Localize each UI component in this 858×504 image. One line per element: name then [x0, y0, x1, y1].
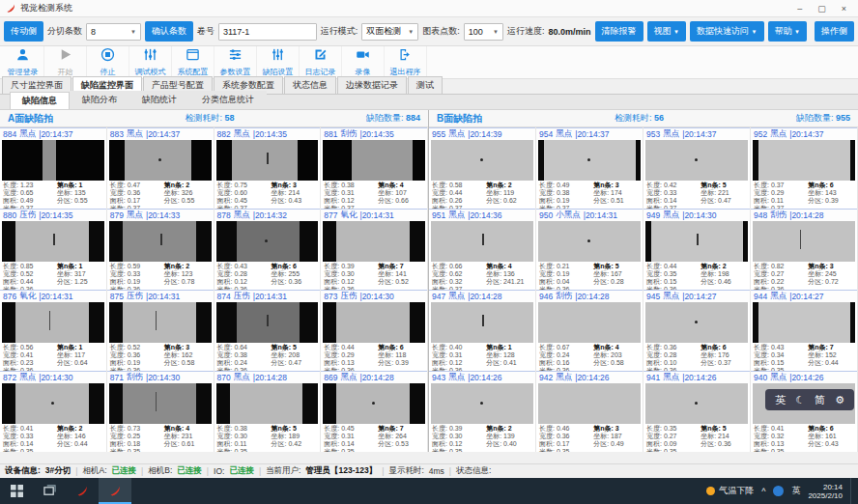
- defect-thumbnail[interactable]: [431, 302, 533, 343]
- defect-thumbnail[interactable]: [2, 140, 104, 181]
- defect-thumbnail[interactable]: [538, 221, 641, 262]
- clock-widget[interactable]: 20:14 2025/2/10: [808, 483, 843, 500]
- action-user[interactable]: 管理登录: [2, 46, 44, 78]
- gear-icon[interactable]: ⚙: [835, 394, 844, 406]
- defect-cell[interactable]: 945 黑点 |20:14:27 长度: 0.36宽度: 0.28面积: 0.1…: [644, 290, 751, 371]
- action-params[interactable]: 参数设置: [214, 46, 257, 78]
- moon-icon[interactable]: ☾: [795, 394, 805, 406]
- defect-thumbnail[interactable]: [538, 383, 641, 424]
- defect-thumbnail[interactable]: [216, 302, 319, 343]
- quick-access-menu-button[interactable]: 数据快速访问 ▼: [690, 21, 763, 42]
- defect-thumbnail[interactable]: [323, 221, 425, 262]
- defect-cell[interactable]: 950 小黑点 |20:14:31 长度: 0.21宽度: 0.19面积: 0.…: [536, 209, 644, 290]
- defect-cell[interactable]: 870 黑点 |20:14:28 长度: 0.38宽度: 0.30面积: 0.1…: [214, 371, 322, 452]
- defect-cell[interactable]: 876 氧化 |20:14:31 长度: 0.56宽度: 0.41面积: 0.2…: [0, 290, 107, 371]
- defect-thumbnail[interactable]: [538, 302, 641, 343]
- help-menu-button[interactable]: 帮助 ▼: [768, 21, 807, 42]
- defect-thumbnail[interactable]: [323, 140, 425, 181]
- defect-cell[interactable]: 882 黑点 |20:14:35 长度: 0.75宽度: 0.60面积: 0.4…: [214, 127, 322, 209]
- defect-cell[interactable]: 941 黑点 |20:14:26 长度: 0.35宽度: 0.27面积: 0.0…: [644, 371, 751, 452]
- defect-cell[interactable]: 875 压伤 |20:14:31 长度: 0.52宽度: 0.36面积: 0.1…: [107, 290, 214, 371]
- defect-thumbnail[interactable]: [2, 221, 104, 262]
- language-indicator[interactable]: 英: [791, 485, 800, 497]
- clear-alarm-button[interactable]: 清除报警: [595, 21, 644, 42]
- defect-thumbnail[interactable]: [431, 383, 533, 424]
- tray-expand-chevron[interactable]: ^: [761, 487, 765, 496]
- defect-thumbnail[interactable]: [645, 302, 748, 343]
- action-camera[interactable]: 录像: [342, 46, 385, 78]
- defect-thumbnail[interactable]: [645, 140, 748, 181]
- defect-cell[interactable]: 954 黑点 |20:14:37 长度: 0.49宽度: 0.38面积: 0.1…: [536, 127, 644, 209]
- defect-thumbnail[interactable]: [2, 302, 104, 343]
- view-menu-button[interactable]: 视图 ▼: [647, 21, 686, 42]
- defect-thumbnail[interactable]: [753, 302, 855, 343]
- defect-cell[interactable]: 943 黑点 |20:14:26 长度: 0.39宽度: 0.30面积: 0.1…: [429, 371, 536, 452]
- defect-thumbnail[interactable]: [431, 140, 533, 181]
- ime-tray-icon[interactable]: [773, 486, 784, 496]
- action-play[interactable]: 开始: [44, 46, 87, 78]
- roll-input[interactable]: 3117-1: [218, 23, 317, 41]
- defect-thumbnail[interactable]: [645, 383, 748, 424]
- taskbar-app-active[interactable]: [99, 478, 131, 504]
- show-desktop-button[interactable]: [850, 478, 854, 504]
- ime-simplified-toggle[interactable]: 简: [815, 393, 825, 407]
- defect-cell[interactable]: 869 黑点 |20:14:28 长度: 0.45宽度: 0.31面积: 0.1…: [321, 371, 428, 452]
- action-debug[interactable]: 调试模式: [129, 46, 172, 78]
- defect-thumbnail[interactable]: [216, 221, 319, 262]
- start-button[interactable]: [0, 478, 33, 504]
- drive-side-button[interactable]: 传动侧: [4, 21, 43, 42]
- defect-thumbnail[interactable]: [431, 221, 533, 262]
- chart-points-select[interactable]: 100▼: [464, 23, 503, 41]
- defect-cell[interactable]: 951 黑点 |20:14:36 长度: 0.66宽度: 0.62面积: 0.3…: [429, 209, 536, 290]
- run-mode-select[interactable]: 双面检测▼: [361, 23, 418, 41]
- task-view-button[interactable]: [33, 478, 66, 504]
- defect-cell[interactable]: 877 氧化 |20:14:31 长度: 0.39宽度: 0.30面积: 0.1…: [321, 209, 428, 290]
- action-stop[interactable]: 停止: [87, 46, 129, 78]
- defect-cell[interactable]: 940 黑点 |20:14:26 长度: 0.41宽度: 0.32面积: 0.1…: [751, 371, 858, 452]
- tab-5[interactable]: 边缘数据记录: [337, 76, 407, 94]
- defect-cell[interactable]: 873 压伤 |20:14:30 长度: 0.44宽度: 0.29面积: 0.1…: [321, 290, 428, 371]
- defect-cell[interactable]: 944 黑点 |20:14:27 长度: 0.43宽度: 0.34面积: 0.1…: [751, 290, 858, 371]
- ime-english-toggle[interactable]: 英: [775, 393, 786, 407]
- action-system[interactable]: 系统配置: [172, 46, 214, 78]
- defect-thumbnail[interactable]: [645, 221, 748, 262]
- action-defect[interactable]: 缺陷设置: [257, 46, 300, 78]
- defect-thumbnail[interactable]: [323, 383, 425, 424]
- subtab-2[interactable]: 缺陷统计: [129, 91, 189, 109]
- weather-widget[interactable]: 气温下降: [706, 485, 754, 497]
- defect-cell[interactable]: 953 黑点 |20:14:37 长度: 0.42宽度: 0.33面积: 0.1…: [644, 127, 751, 209]
- defect-thumbnail[interactable]: [753, 221, 855, 262]
- operator-side-button[interactable]: 操作侧: [815, 21, 854, 42]
- defect-cell[interactable]: 874 压伤 |20:14:31 长度: 0.64宽度: 0.38面积: 0.2…: [214, 290, 322, 371]
- subtab-1[interactable]: 缺陷分布: [70, 91, 129, 109]
- maximize-icon[interactable]: ▢: [817, 4, 826, 14]
- action-exit[interactable]: 退出程序: [385, 46, 427, 78]
- defect-thumbnail[interactable]: [216, 140, 319, 181]
- defect-cell[interactable]: 942 黑点 |20:14:26 长度: 0.46宽度: 0.36面积: 0.1…: [536, 371, 644, 452]
- subtab-0[interactable]: 缺陷信息: [10, 92, 70, 109]
- defect-cell[interactable]: 883 黑点 |20:14:37 长度: 0.47宽度: 0.36面积: 0.1…: [107, 127, 214, 209]
- defect-cell[interactable]: 946 刮伤 |20:14:28 长度: 0.67宽度: 0.24面积: 0.1…: [536, 290, 644, 371]
- defect-cell[interactable]: 880 压伤 |20:14:35 长度: 0.85宽度: 0.52面积: 0.4…: [0, 209, 107, 290]
- defect-cell[interactable]: 949 黑点 |20:14:30 长度: 0.44宽度: 0.35面积: 0.1…: [644, 209, 751, 290]
- split-count-select[interactable]: 8▼: [86, 23, 141, 41]
- defect-cell[interactable]: 871 刮伤 |20:14:30 长度: 0.73宽度: 0.25面积: 0.1…: [107, 371, 214, 452]
- tab-6[interactable]: 测试: [408, 76, 443, 94]
- subtab-3[interactable]: 分类信息统计: [189, 91, 267, 109]
- confirm-count-button[interactable]: 确认条数: [145, 21, 193, 42]
- defect-cell[interactable]: 879 黑点 |20:14:33 长度: 0.59宽度: 0.33面积: 0.1…: [107, 209, 214, 290]
- tab-4[interactable]: 状态信息: [284, 76, 336, 94]
- defect-cell[interactable]: 948 刮伤 |20:14:28 长度: 0.82宽度: 0.27面积: 0.2…: [751, 209, 858, 290]
- defect-cell[interactable]: 947 黑点 |20:14:28 长度: 0.40宽度: 0.31面积: 0.1…: [429, 290, 536, 371]
- defect-thumbnail[interactable]: [216, 383, 319, 424]
- defect-thumbnail[interactable]: [323, 302, 425, 343]
- defect-cell[interactable]: 872 黑点 |20:14:30 长度: 0.41宽度: 0.33面积: 0.1…: [0, 371, 107, 452]
- defect-thumbnail[interactable]: [109, 140, 212, 181]
- minimize-icon[interactable]: –: [797, 4, 802, 14]
- defect-cell[interactable]: 955 黑点 |20:14:39 长度: 0.58宽度: 0.44面积: 0.2…: [429, 127, 536, 209]
- defect-cell[interactable]: 878 黑点 |20:14:32 长度: 0.43宽度: 0.28面积: 0.1…: [214, 209, 322, 290]
- defect-thumbnail[interactable]: [538, 140, 641, 181]
- close-icon[interactable]: ×: [842, 4, 846, 14]
- defect-thumbnail[interactable]: [753, 140, 855, 181]
- taskbar-app-shortcut[interactable]: [66, 478, 99, 504]
